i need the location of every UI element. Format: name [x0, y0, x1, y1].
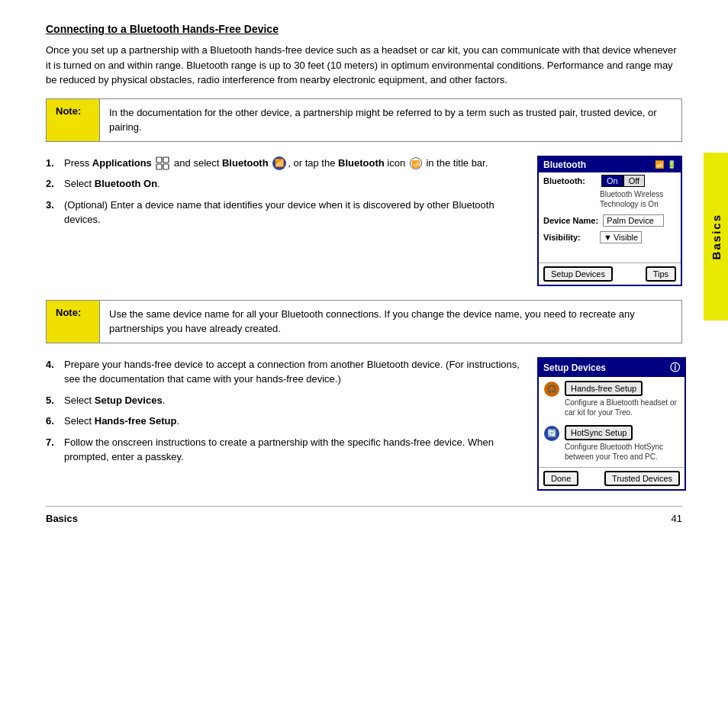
- bt-device-name-input[interactable]: Palm Device: [603, 214, 664, 227]
- hotsync-icon-circle: 🔄: [544, 426, 559, 441]
- section-heading: Connecting to a Bluetooth Hands-Free Dev…: [46, 23, 682, 35]
- note-box-1: Note: In the documentation for the other…: [46, 98, 682, 142]
- setup-btn-row: Done Trusted Devices: [539, 467, 685, 489]
- step-7: 7. Follow the onscreen instructions to c…: [46, 435, 525, 465]
- steps-col-1: 1. Press Applications and select Bluetoo…: [46, 156, 525, 286]
- steps-group-2: 4. Prepare your hands-free device to acc…: [46, 357, 682, 491]
- step-content-1: Press Applications and select Bluetooth …: [64, 156, 525, 171]
- steps-col-2: 4. Prepare your hands-free device to acc…: [46, 357, 525, 491]
- signal-icon: 📶: [655, 160, 664, 169]
- bluetooth-icon: 📶: [272, 156, 286, 170]
- page-container: Basics Connecting to a Bluetooth Hands-F…: [0, 0, 728, 728]
- step-2: 2. Select Bluetooth On.: [46, 176, 525, 192]
- bt-bluetooth-label: Bluetooth:: [543, 176, 597, 185]
- applications-icon: [156, 156, 169, 170]
- bt-visibility-dropdown[interactable]: ▼ Visible: [600, 231, 642, 243]
- bt-toggle[interactable]: On Off: [601, 175, 645, 187]
- setup-title-bar: Setup Devices ⓘ: [539, 359, 685, 377]
- step-num-7: 7.: [46, 435, 64, 465]
- steps-list-1: 1. Press Applications and select Bluetoo…: [46, 156, 525, 227]
- bt-visibility-label: Visibility:: [543, 233, 597, 242]
- bluetooth-screenshot-col: Bluetooth 📶 🔋 Bluetooth: On Off Bluetoot…: [537, 156, 682, 286]
- setup-devices-bold: Setup Devices: [95, 395, 163, 406]
- step-5: 5. Select Setup Devices.: [46, 393, 525, 408]
- hands-free-sub: Configure a Bluetooth headset or car kit…: [565, 398, 680, 417]
- step-content-6: Select Hands-free Setup.: [64, 414, 525, 429]
- step-3: 3. (Optional) Enter a device name that i…: [46, 198, 525, 227]
- step-content-7: Follow the onscreen instructions to crea…: [64, 435, 525, 465]
- hands-free-icon: 🎧: [543, 381, 560, 398]
- intro-paragraph: Once you set up a partnership with a Blu…: [46, 43, 682, 88]
- bt-toggle-row: Bluetooth: On Off: [539, 172, 681, 189]
- step-content-3: (Optional) Enter a device name that iden…: [64, 198, 525, 227]
- basics-tab: Basics: [704, 153, 728, 321]
- bt-spacer: [539, 246, 681, 259]
- bluetooth-bold-1: Bluetooth: [222, 157, 269, 169]
- bt-title: Bluetooth: [543, 159, 586, 170]
- hands-free-btn[interactable]: Hands-free Setup: [565, 381, 643, 396]
- step-content-5: Select Setup Devices.: [64, 393, 525, 408]
- step-4: 4. Prepare your hands-free device to acc…: [46, 357, 525, 387]
- note-label-2: Note:: [47, 301, 100, 343]
- bluetooth-screenshot: Bluetooth 📶 🔋 Bluetooth: On Off Bluetoot…: [537, 156, 682, 286]
- setup-screenshot-col: Setup Devices ⓘ 🎧 Hands-free Setup Confi…: [537, 357, 682, 491]
- steps-list-2: 4. Prepare your hands-free device to acc…: [46, 357, 525, 465]
- bt-visibility-arrow: ▼: [604, 233, 612, 242]
- trusted-devices-button[interactable]: Trusted Devices: [604, 471, 680, 486]
- hotsync-btn[interactable]: HotSync Setup: [565, 425, 633, 440]
- bt-title-bar: Bluetooth 📶 🔋: [539, 157, 681, 172]
- hotsync-sub: Configure Bluetooth HotSync between your…: [565, 442, 680, 462]
- bluetooth-bold-2: Bluetooth: [338, 157, 385, 169]
- svg-rect-0: [156, 157, 162, 163]
- hotsync-text: HotSync Setup Configure Bluetooth HotSyn…: [565, 425, 680, 462]
- note-label-1: Note:: [47, 99, 100, 141]
- footer-page: 41: [672, 513, 682, 524]
- setup-title: Setup Devices: [543, 362, 606, 373]
- applications-bold: Applications: [92, 157, 152, 169]
- hands-free-text: Hands-free Setup Configure a Bluetooth h…: [565, 381, 680, 417]
- note-box-2: Note: Use the same device name for all y…: [46, 300, 682, 343]
- bt-visibility-row: Visibility: ▼ Visible: [539, 229, 681, 246]
- hands-free-setup-bold: Hands-free Setup: [95, 415, 177, 427]
- bt-device-name-label: Device Name:: [543, 216, 598, 225]
- page-footer: Basics 41: [46, 506, 682, 524]
- step-content-4: Prepare your hands-free device to accept…: [64, 357, 525, 387]
- setup-info-icon: ⓘ: [670, 361, 680, 375]
- tips-button[interactable]: Tips: [646, 266, 676, 282]
- sync-icon: 🔄: [547, 429, 556, 437]
- step-num-2: 2.: [46, 176, 64, 192]
- hands-free-item: 🎧 Hands-free Setup Configure a Bluetooth…: [539, 377, 685, 421]
- bt-off-btn[interactable]: Off: [623, 175, 645, 187]
- hotsync-item: 🔄 HotSync Setup Configure Bluetooth HotS…: [539, 421, 685, 465]
- bluetooth-on-bold: Bluetooth On: [95, 178, 157, 189]
- note-content-1: In the documentation for the other devic…: [100, 99, 681, 141]
- svg-rect-2: [156, 164, 162, 169]
- bt-title-icons: 📶 🔋: [655, 160, 676, 169]
- done-button[interactable]: Done: [543, 471, 578, 486]
- step-1: 1. Press Applications and select Bluetoo…: [46, 156, 525, 171]
- bt-visibility-value: Visible: [614, 233, 638, 242]
- headset-icon: 🎧: [547, 385, 556, 393]
- step-num-4: 4.: [46, 357, 64, 387]
- step-content-2: Select Bluetooth On.: [64, 176, 525, 192]
- setup-devices-button[interactable]: Setup Devices: [543, 266, 613, 282]
- step-num-6: 6.: [46, 414, 64, 429]
- step-num-1: 1.: [46, 156, 64, 171]
- svg-rect-1: [163, 157, 169, 163]
- bt-btn-row: Setup Devices Tips: [539, 263, 681, 285]
- svg-rect-3: [163, 164, 169, 169]
- bt-on-btn[interactable]: On: [601, 175, 623, 187]
- step-6: 6. Select Hands-free Setup.: [46, 414, 525, 429]
- hands-free-icon-circle: 🎧: [544, 382, 559, 397]
- hotsync-icon: 🔄: [543, 425, 560, 442]
- bt-sub-text: Bluetooth Wireless Technology is On: [539, 189, 681, 212]
- footer-label: Basics: [46, 513, 78, 524]
- battery-icon: 🔋: [667, 160, 676, 169]
- tab-label: Basics: [710, 214, 723, 259]
- bt-device-name-row: Device Name: Palm Device: [539, 212, 681, 229]
- setup-devices-screenshot: Setup Devices ⓘ 🎧 Hands-free Setup Confi…: [537, 357, 686, 491]
- step-num-5: 5.: [46, 393, 64, 408]
- note-content-2: Use the same device name for all your Bl…: [100, 301, 681, 343]
- step-num-3: 3.: [46, 198, 64, 227]
- bluetooth-small-icon: 📶: [410, 157, 422, 169]
